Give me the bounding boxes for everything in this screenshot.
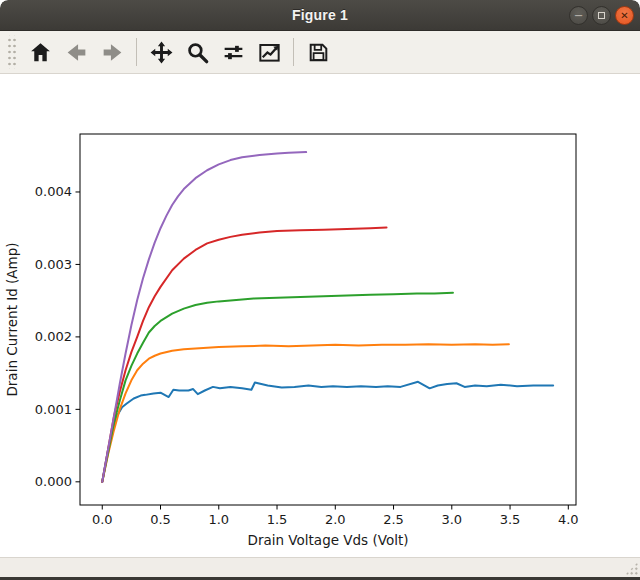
magnifier-icon: [185, 40, 210, 65]
configure-subplots-button[interactable]: [218, 36, 248, 68]
chart-svg: 0.00.51.01.52.02.53.03.54.00.0000.0010.0…: [0, 74, 640, 557]
x-tick-label: 4.0: [558, 512, 579, 527]
close-button[interactable]: ✕: [615, 6, 634, 25]
window-controls: ─ ✕: [569, 0, 634, 31]
minimize-button[interactable]: ─: [569, 6, 588, 25]
back-arrow-icon: [64, 40, 89, 65]
y-tick-label: 0.003: [35, 257, 72, 272]
toolbar-separator: [293, 38, 294, 66]
edit-parameters-button[interactable]: [254, 36, 284, 68]
y-tick-label: 0.002: [35, 329, 72, 344]
floppy-disk-icon: [306, 40, 331, 65]
x-tick-label: 0.0: [92, 512, 113, 527]
maximize-button[interactable]: [592, 6, 611, 25]
back-button[interactable]: [61, 36, 91, 68]
y-tick-label: 0.000: [35, 474, 72, 489]
y-tick-label: 0.004: [35, 184, 72, 199]
y-tick-label: 0.001: [35, 402, 72, 417]
x-tick-label: 1.5: [267, 512, 288, 527]
zoom-button[interactable]: [182, 36, 212, 68]
toolbar-drag-handle[interactable]: [6, 35, 16, 69]
pan-button[interactable]: [146, 36, 176, 68]
x-tick-label: 3.5: [500, 512, 521, 527]
figure-window: Figure 1 ─ ✕: [0, 0, 640, 580]
minimize-icon: ─: [575, 11, 582, 21]
x-tick-label: 3.0: [441, 512, 462, 527]
save-button[interactable]: [303, 36, 333, 68]
pan-arrows-icon: [149, 40, 174, 65]
forward-arrow-icon: [100, 40, 125, 65]
x-axis-label: Drain Voltage Vds (Volt): [248, 532, 409, 548]
close-icon: ✕: [620, 11, 628, 21]
statusbar: [0, 557, 640, 577]
x-tick-label: 1.0: [208, 512, 229, 527]
resize-grip[interactable]: [625, 562, 638, 575]
toolbar-separator: [136, 38, 137, 66]
x-tick-label: 2.0: [325, 512, 346, 527]
x-tick-label: 2.5: [383, 512, 404, 527]
x-tick-label: 0.5: [150, 512, 171, 527]
sliders-icon: [221, 40, 246, 65]
window-title: Figure 1: [292, 7, 348, 23]
home-button[interactable]: [25, 36, 55, 68]
maximize-icon: [598, 12, 605, 19]
figure-canvas[interactable]: 0.00.51.01.52.02.53.03.54.00.0000.0010.0…: [0, 74, 640, 557]
forward-button[interactable]: [97, 36, 127, 68]
titlebar[interactable]: Figure 1 ─ ✕: [0, 0, 640, 31]
y-axis-label: Drain Current Id (Amp): [4, 242, 20, 396]
navigation-toolbar: [0, 31, 640, 74]
home-icon: [28, 40, 53, 65]
line-graph-icon: [257, 40, 282, 65]
